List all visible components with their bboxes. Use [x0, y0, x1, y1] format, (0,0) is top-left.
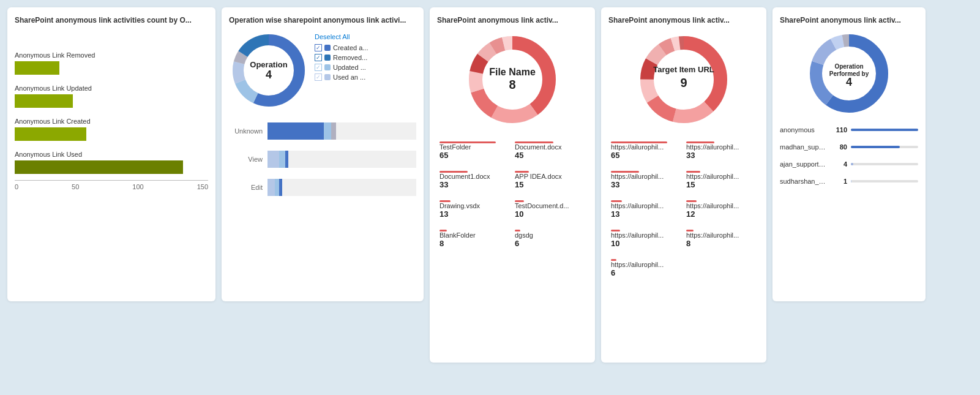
data-cell-3-6: BlankFolder 8 [437, 224, 512, 254]
data-value-4-5: 12 [686, 209, 757, 219]
donut-legend-row: Operation 4 Deselect All ✓ Created a... … [229, 31, 416, 110]
card-3-title: SharePoint anonymous link activ... [437, 16, 588, 24]
op-value-3: 1 [830, 178, 847, 185]
data-label-3-3: APP IDEA.docx [515, 173, 582, 180]
op-row-1: madhan_support... 80 [780, 143, 918, 151]
legend-dot-1 [324, 55, 331, 61]
data-value-3-7: 6 [515, 239, 585, 248]
op-bar-2 [851, 163, 853, 165]
data-label-4-4: https://ailurophil... [611, 202, 678, 209]
op-name-3: sudharshan_sup... [780, 178, 826, 185]
data-label-4-0: https://ailurophil... [611, 143, 678, 151]
data-label-4-7: https://ailurophil... [686, 231, 754, 239]
op-bar-track-3 [851, 180, 918, 182]
legend-label-0: Created a... [333, 44, 368, 51]
hbar-seg-0-1 [324, 122, 331, 140]
legend-check-3[interactable]: ✓ [315, 73, 322, 81]
bar-track-1 [15, 94, 208, 108]
data-cell-3-7: dgsdg 6 [512, 224, 588, 254]
bar-label-1: Anonymous Link Updated [15, 85, 92, 92]
card-filename: SharePoint anonymous link activ... File … [430, 7, 595, 363]
hbar-seg-1-1 [279, 151, 285, 168]
bar-fill-0 [15, 61, 59, 75]
deselect-all-btn[interactable]: Deselect All [315, 33, 368, 40]
bar-fill-1 [15, 94, 73, 108]
legend-check-1[interactable]: ✓ [315, 54, 322, 61]
bar-track-0 [15, 61, 208, 75]
donut-3-center-value: 8 [509, 78, 515, 91]
dashboard: SharePoint anonymous link activities cou… [7, 7, 973, 363]
hbar-row-2: Edit [229, 179, 416, 196]
op-bar-0 [851, 129, 918, 131]
op-bar-3 [851, 180, 851, 182]
op-value-1: 80 [830, 143, 847, 151]
x-axis-1: 50 [72, 183, 79, 190]
bar-label-3: Anonymous Link Used [15, 151, 82, 158]
bar-row-0: Anonymous Link Removed [15, 61, 208, 75]
data-label-3-7: dgsdg [515, 231, 582, 239]
bar-chart-area: Anonymous Link Removed Anonymous Link Up… [15, 61, 208, 190]
hbar-row-1: View [229, 151, 416, 168]
data-cell-4-0: https://ailurophil... 65 [608, 136, 684, 165]
hbar-track-1 [267, 151, 416, 168]
op-value-2: 4 [830, 160, 847, 168]
hbar-track-2 [267, 179, 416, 196]
data-label-4-5: https://ailurophil... [686, 202, 754, 209]
data-label-3-2: Document1.docx [440, 173, 507, 180]
legend-check-0[interactable]: ✓ [315, 44, 322, 51]
data-value-3-2: 33 [440, 180, 510, 189]
data-value-3-1: 45 [515, 151, 585, 160]
data-value-3-4: 13 [440, 209, 510, 219]
op-value-0: 110 [830, 126, 847, 134]
data-value-4-4: 13 [611, 209, 681, 219]
bar-label-2: Anonymous Link Created [15, 118, 91, 125]
legend-label-1: Removed... [333, 54, 367, 61]
data-label-3-4: Drawing.vsdx [440, 202, 507, 209]
data-cell-4-8: https://ailurophil... 6 [608, 254, 684, 283]
data-label-4-6: https://ailurophil... [611, 231, 678, 239]
hbar-seg-1-0 [267, 151, 279, 168]
data-cell-4-3: https://ailurophil... 15 [684, 165, 759, 195]
data-grid-3: TestFolder 65 Document.docx 45 Document1… [437, 136, 588, 254]
hbar-seg-2-0 [267, 179, 275, 196]
op-list: anonymous 110 madhan_support... 80 ajan_… [780, 126, 918, 185]
data-label-4-8: https://ailurophil... [611, 261, 678, 268]
op-row-2: ajan_support@ai... 4 [780, 160, 918, 168]
data-value-4-8: 6 [611, 268, 681, 277]
data-label-3-0: TestFolder [440, 143, 507, 151]
data-cell-4-5: https://ailurophil... 12 [684, 195, 759, 224]
op-bar-track-2 [851, 163, 918, 165]
data-label-4-2: https://ailurophil... [611, 173, 678, 180]
donut-5-center-label1: Operation [834, 63, 863, 70]
data-cell-3-0: TestFolder 65 [437, 136, 512, 165]
op-row-0: anonymous 110 [780, 126, 918, 134]
donut-wrapper-3: File Name 8 [437, 31, 588, 129]
hbar-label-1: View [229, 156, 263, 163]
hbar-seg-2-2 [279, 179, 282, 196]
op-name-2: ajan_support@ai... [780, 160, 826, 168]
donut-wrapper-4: Target Item URL 9 [608, 31, 759, 129]
data-cell-3-2: Document1.docx 33 [437, 165, 512, 195]
legend-box: Deselect All ✓ Created a... ✓ Removed...… [315, 33, 368, 81]
op-bar-track-0 [851, 129, 918, 131]
data-value-3-5: 10 [515, 209, 585, 219]
data-cell-3-4: Drawing.vsdx 13 [437, 195, 512, 224]
x-axis-3: 150 [197, 183, 208, 190]
bar-row-3: Anonymous Link Used [15, 160, 208, 174]
data-cell-4-7: https://ailurophil... 8 [684, 224, 759, 254]
data-value-4-7: 8 [686, 239, 757, 248]
card-donut-bar: Operation wise sharepoint anonymous link… [222, 7, 424, 301]
horiz-bars: Unknown View Edit [229, 122, 416, 196]
donut-svg-3: File Name 8 [463, 31, 561, 129]
card-4-title: SharePoint anonymous link activ... [608, 16, 759, 24]
bar-fill-3 [15, 160, 183, 174]
x-axis-0: 0 [15, 183, 18, 190]
data-cell-4-1: https://ailurophil... 33 [684, 136, 759, 165]
donut-wrapper-5: Operation Performed by 4 [780, 31, 918, 116]
hbar-seg-0-2 [331, 122, 335, 140]
data-label-3-5: TestDocument.d... [515, 202, 582, 209]
data-cell-4-2: https://ailurophil... 33 [608, 165, 684, 195]
legend-check-2[interactable]: ✓ [315, 64, 322, 71]
data-label-4-1: https://ailurophil... [686, 143, 754, 151]
legend-item-3: ✓ Used an ... [315, 73, 368, 81]
